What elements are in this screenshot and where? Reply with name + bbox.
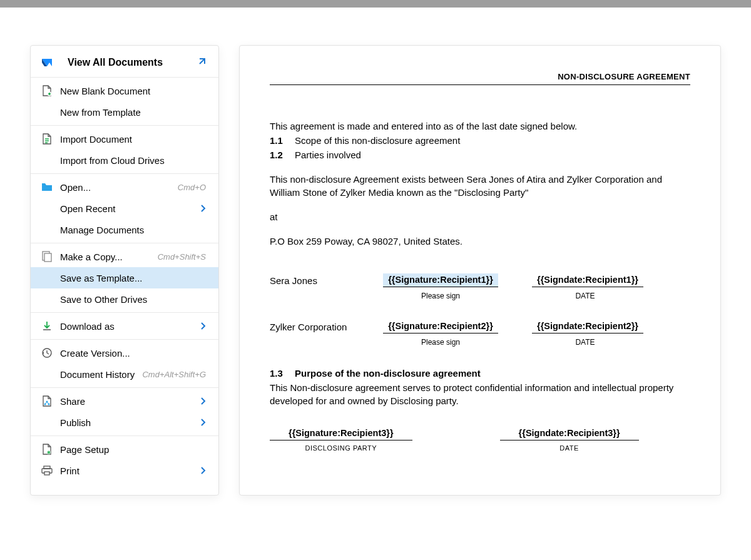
share-icon [41,395,53,407]
menu-item-save-as-template[interactable]: Save as Template... [31,267,218,288]
menu-item-open-recent[interactable]: Open Recent [31,198,218,219]
signature-2-slot: {{Signature:Recipient2}} Please sign [379,319,502,348]
signer-2-name: Zylker Corporation [270,319,379,333]
menu-item-label: Print [60,466,201,476]
section-1-1-title: Scope of this non-disclosure agreement [295,135,460,146]
menu-item-label: New from Template [60,107,206,118]
menu-item-label: Publish [60,417,201,428]
section-1-3-num: 1.3 [270,367,295,380]
signature-row-2: Zylker Corporation {{Signature:Recipient… [270,319,690,348]
print-icon [41,465,53,476]
menu-item-label: Save as Template... [60,273,206,283]
intro-text: This agreement is made and entered into … [270,120,690,133]
menu-item-document-history[interactable]: Document HistoryCmd+Alt+Shift+G [31,364,218,385]
menu-item-label: Page Setup [60,444,206,455]
menu-icon-placeholder [41,203,53,214]
menu-item-label: Download as [60,321,201,332]
chevron-right-icon [201,322,206,330]
menu-icon-placeholder [41,293,53,305]
svg-rect-11 [44,472,49,475]
menu-item-label: Make a Copy... [60,252,158,262]
copy-icon [41,251,53,262]
date-3-field[interactable]: {{Signdate:Recipient3}} [500,427,639,440]
import-doc-icon [41,133,53,145]
file-menu-panel: View All Documents New Blank DocumentNew… [30,45,219,496]
signer-1-name: Sera Jones [270,273,379,287]
signature-3-field[interactable]: {{Signature:Recipient3}} [270,427,412,440]
menu-group: Make a Copy...Cmd+Shift+SSave as Templat… [31,243,218,312]
chevron-right-icon [201,419,206,426]
at-label: at [270,210,690,223]
menu-item-new-blank-document[interactable]: New Blank Document [31,80,218,101]
menu-item-new-from-template[interactable]: New from Template [31,101,218,123]
menu-item-open[interactable]: Open...Cmd+O [31,176,218,198]
menu-icon-placeholder [41,369,53,380]
menu-item-create-version[interactable]: Create Version... [31,342,218,364]
menu-item-publish[interactable]: Publish [31,412,218,433]
menu-item-import-document[interactable]: Import Document [31,128,218,150]
signature-row-1: Sera Jones {{Signature:Recipient1}} Plea… [270,273,690,302]
document-header: NON-DISCLOSURE AGREEMENT [270,71,690,85]
svg-rect-2 [44,253,51,262]
menu-item-label: Manage Documents [60,225,206,235]
purpose-body: This Non-disclosure agreement serves to … [270,381,690,407]
menu-item-make-a-copy[interactable]: Make a Copy...Cmd+Shift+S [31,246,218,267]
menu-group: Download as [31,312,218,339]
document-preview: NON-DISCLOSURE AGREEMENT This agreement … [239,45,721,496]
menu-item-page-setup[interactable]: Page Setup [31,439,218,460]
app-logo-icon [41,57,53,68]
menu-group: Open...Cmd+OOpen RecentManage Documents [31,173,218,243]
chevron-right-icon [201,205,206,212]
folder-icon [41,181,53,193]
menu-icon-placeholder [41,224,53,235]
section-1-2-title: Parties involved [295,150,361,160]
menu-item-label: Import from Cloud Drives [60,155,206,166]
address-text: P.O Box 259 Poway, CA 98027, United Stat… [270,235,690,248]
purpose-section: 1.3Purpose of the non-disclosure agreeme… [270,367,690,407]
signature-2-field[interactable]: {{Signature:Recipient2}} [383,320,498,333]
new-doc-icon [41,85,53,96]
date-3-slot: {{Signdate:Recipient3}} DATE [500,426,639,454]
menu-icon-placeholder [41,272,53,283]
date-3-caption: DATE [500,444,639,453]
sidebar-header-left[interactable]: View All Documents [41,57,163,68]
document-body: This agreement is made and entered into … [270,120,690,454]
menu-item-download-as[interactable]: Download as [31,315,218,337]
menu-item-save-to-other-drives[interactable]: Save to Other Drives [31,288,218,310]
main-container: View All Documents New Blank DocumentNew… [0,8,751,521]
section-1-1-num: 1.1 [270,134,295,147]
version-icon [41,347,53,359]
menu-item-label: Document History [60,369,142,380]
menu-item-share[interactable]: Share [31,390,218,412]
download-icon [41,320,53,332]
section-1-2-num: 1.2 [270,148,295,161]
date-1-slot: {{Signdate:Recipient1}} DATE [532,273,638,302]
signature-1-caption: Please sign [379,291,502,302]
menu-item-label: Share [60,396,201,407]
menu-shortcut: Cmd+Alt+Shift+G [142,370,206,379]
menu-item-label: Save to Other Drives [60,294,206,305]
date-1-caption: DATE [532,291,638,302]
window-top-bar [0,0,751,8]
menu-group: Create Version...Document HistoryCmd+Alt… [31,339,218,387]
signature-2-caption: Please sign [379,337,502,348]
date-2-field[interactable]: {{Signdate:Recipient2}} [532,320,643,333]
menu-icon-placeholder [41,155,53,166]
menu-item-manage-documents[interactable]: Manage Documents [31,219,218,240]
menu-group: Page SetupPrint [31,435,218,484]
date-1-field[interactable]: {{Signdate:Recipient1}} [532,273,643,287]
menu-item-import-from-cloud-drives[interactable]: Import from Cloud Drives [31,150,218,171]
signature-3-caption: DISCLOSING PARTY [270,444,412,453]
menu-item-label: New Blank Document [60,86,206,96]
signature-1-slot: {{Signature:Recipient1}} Please sign [379,273,502,302]
signature-1-field[interactable]: {{Signature:Recipient1}} [383,273,498,287]
menu-icon-placeholder [41,106,53,118]
date-2-slot: {{Signdate:Recipient2}} DATE [532,319,638,348]
open-external-icon[interactable] [196,58,206,68]
menu-item-label: Create Version... [60,348,206,359]
menu-item-print[interactable]: Print [31,460,218,481]
menu-item-label: Open Recent [60,203,201,214]
chevron-right-icon [201,467,206,474]
signature-row-3: {{Signature:Recipient3}} DISCLOSING PART… [270,426,690,454]
menu-group: SharePublish [31,387,218,435]
